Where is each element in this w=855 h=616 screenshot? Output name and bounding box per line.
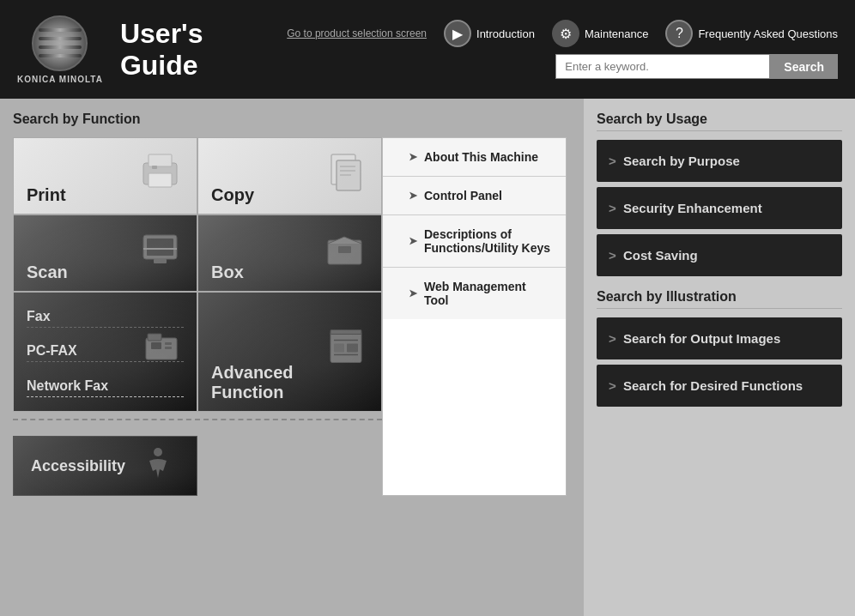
box-label: Box bbox=[211, 263, 244, 282]
print-icon bbox=[136, 148, 184, 204]
cost-saving-label: Cost Saving bbox=[623, 248, 698, 263]
fax-item-fax: Fax bbox=[27, 306, 184, 328]
logo-line bbox=[39, 54, 82, 57]
menu-arrow-desc: ➤ bbox=[409, 235, 417, 247]
svg-rect-14 bbox=[338, 246, 351, 253]
svg-rect-17 bbox=[165, 342, 172, 345]
advanced-function-card[interactable]: Advanced Function bbox=[197, 292, 382, 412]
fax-card[interactable]: Fax PC-FAX Network Fax bbox=[13, 292, 197, 412]
svg-rect-1 bbox=[149, 154, 172, 166]
print-card[interactable]: Print bbox=[13, 137, 197, 214]
search-output-images-button[interactable]: > Search for Output Images bbox=[597, 317, 842, 359]
cost-saving-button[interactable]: > Cost Saving bbox=[597, 234, 842, 276]
about-machine-item[interactable]: ➤ About This Machine bbox=[383, 138, 566, 177]
svg-rect-13 bbox=[328, 240, 361, 264]
top-nav: Go to product selection screen ▶ Introdu… bbox=[287, 20, 838, 47]
output-images-label: Search for Output Images bbox=[623, 331, 780, 346]
svg-rect-2 bbox=[149, 173, 172, 187]
faq-nav[interactable]: ? Frequently Asked Questions bbox=[665, 20, 838, 47]
svg-rect-9 bbox=[143, 235, 177, 259]
header: KONICA MINOLTA User's Guide Go to produc… bbox=[0, 0, 855, 99]
svg-rect-15 bbox=[146, 338, 177, 359]
faq-label: Frequently Asked Questions bbox=[698, 27, 838, 40]
search-desired-functions-button[interactable]: > Search for Desired Functions bbox=[597, 365, 842, 407]
question-icon: ? bbox=[665, 20, 693, 47]
accessibility-card[interactable]: Accessibility bbox=[13, 436, 197, 496]
output-prefix: > bbox=[609, 331, 616, 346]
left-panel: Search by Function Print bbox=[0, 99, 584, 616]
fax-item-pcfax: PC-FAX bbox=[27, 341, 184, 362]
print-label: Print bbox=[27, 185, 66, 205]
desired-prefix: > bbox=[609, 378, 616, 393]
cards-column: Print Copy bbox=[13, 137, 382, 496]
search-button[interactable]: Search bbox=[770, 54, 838, 79]
web-management-item[interactable]: ➤ Web Management Tool bbox=[383, 268, 566, 319]
function-section-title: Search by Function bbox=[13, 112, 571, 127]
control-panel-label: Control Panel bbox=[424, 189, 502, 202]
usage-title: Search by Usage bbox=[597, 112, 842, 131]
copy-icon bbox=[321, 148, 368, 204]
copy-label: Copy bbox=[211, 185, 254, 205]
accessibility-icon bbox=[141, 445, 175, 487]
copy-icon-svg bbox=[321, 148, 368, 195]
svg-rect-16 bbox=[151, 342, 161, 349]
product-selection-link[interactable]: Go to product selection screen bbox=[287, 27, 427, 39]
menu-arrow-control: ➤ bbox=[409, 190, 417, 202]
svg-rect-23 bbox=[347, 344, 358, 353]
svg-point-26 bbox=[154, 448, 162, 456]
konica-minolta-logo bbox=[32, 15, 88, 71]
svg-rect-18 bbox=[165, 347, 172, 349]
descriptions-item[interactable]: ➤ Descriptions of Functions/Utility Keys bbox=[383, 215, 566, 268]
scan-icon bbox=[136, 225, 184, 281]
fax-icon bbox=[139, 325, 184, 378]
illustration-title: Search by Illustration bbox=[597, 289, 842, 309]
svg-rect-12 bbox=[154, 259, 167, 263]
introduction-nav[interactable]: ▶ Introduction bbox=[444, 20, 535, 47]
middle-menu: ➤ About This Machine ➤ Control Panel ➤ D… bbox=[382, 137, 567, 496]
menu-arrow-web: ➤ bbox=[409, 287, 417, 299]
logo-line bbox=[39, 37, 82, 40]
print-icon-svg bbox=[136, 148, 184, 195]
svg-rect-19 bbox=[148, 334, 161, 341]
search-by-purpose-button[interactable]: > Search by Purpose bbox=[597, 140, 842, 182]
introduction-label: Introduction bbox=[476, 27, 535, 40]
maintenance-nav[interactable]: ⚙ Maintenance bbox=[552, 20, 648, 47]
logo-text: KONICA MINOLTA bbox=[17, 75, 103, 84]
svg-rect-22 bbox=[334, 344, 344, 353]
security-prefix: > bbox=[609, 201, 616, 215]
gear-icon: ⚙ bbox=[552, 20, 579, 47]
maintenance-label: Maintenance bbox=[585, 27, 648, 40]
cost-prefix: > bbox=[609, 248, 616, 263]
logo-line bbox=[39, 45, 82, 49]
search-input[interactable] bbox=[555, 54, 770, 79]
header-navigation: Go to product selection screen ▶ Introdu… bbox=[287, 20, 838, 79]
menu-arrow-about: ➤ bbox=[409, 151, 417, 163]
svg-rect-25 bbox=[330, 330, 361, 335]
copy-card[interactable]: Copy bbox=[197, 137, 382, 214]
descriptions-label: Descriptions of Functions/Utility Keys bbox=[424, 227, 554, 255]
scan-icon-svg bbox=[136, 225, 184, 272]
box-card[interactable]: Box bbox=[197, 214, 382, 292]
box-icon-svg bbox=[321, 225, 368, 272]
advanced-function-label: Advanced Function bbox=[211, 363, 368, 402]
svg-rect-20 bbox=[330, 332, 361, 363]
logo-lines bbox=[39, 26, 82, 60]
svg-rect-10 bbox=[147, 239, 173, 256]
right-panel: Search by Usage > Search by Purpose > Se… bbox=[584, 99, 855, 616]
purpose-label: Search by Purpose bbox=[623, 154, 740, 168]
svg-rect-3 bbox=[152, 166, 157, 169]
scan-card[interactable]: Scan bbox=[13, 214, 197, 292]
purpose-prefix: > bbox=[609, 154, 616, 168]
desired-functions-label: Search for Desired Functions bbox=[623, 378, 803, 393]
security-enhancement-button[interactable]: > Security Enhancement bbox=[597, 187, 842, 229]
logo-line bbox=[39, 28, 82, 32]
fax-advanced-row: Fax PC-FAX Network Fax bbox=[13, 292, 382, 412]
page-title: User's Guide bbox=[120, 18, 287, 82]
introduction-icon: ▶ bbox=[444, 20, 471, 47]
accessibility-icon-svg bbox=[141, 445, 175, 480]
control-panel-item[interactable]: ➤ Control Panel bbox=[383, 177, 566, 215]
scan-box-row: Scan Box bbox=[13, 214, 382, 292]
box-icon bbox=[321, 225, 368, 281]
print-copy-row: Print Copy bbox=[13, 137, 382, 214]
fax-icon-svg bbox=[139, 325, 184, 370]
